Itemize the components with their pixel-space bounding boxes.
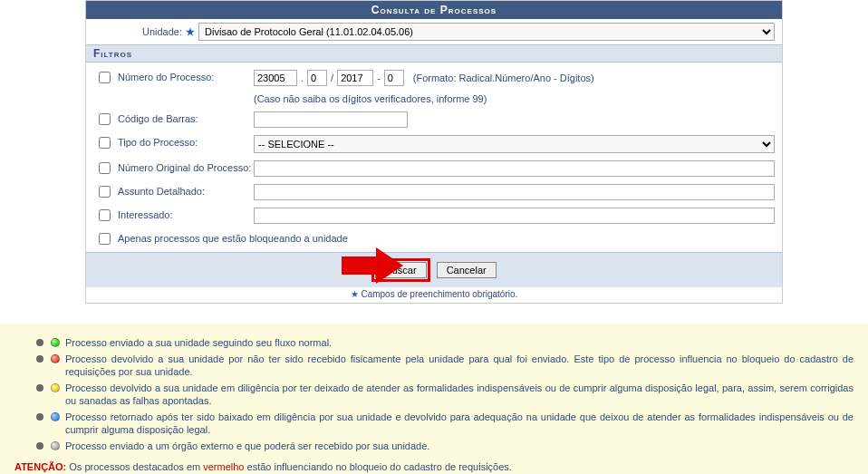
- buttons-bar: Buscar Cancelar: [86, 252, 782, 287]
- bullet-icon: [36, 384, 43, 392]
- label-apenas-bloqueando: Apenas processos que estão bloqueando a …: [118, 231, 348, 244]
- status-red-icon: [51, 354, 60, 363]
- label-numero-processo: Número do Processo:: [118, 70, 254, 82]
- legend-item-blue: Processo retornado após ter sido baixado…: [36, 411, 854, 436]
- unidade-row: Unidade: ★ Divisao de Protocolo Geral (1…: [86, 19, 782, 44]
- unidade-label: Unidade:: [142, 26, 182, 37]
- buscar-highlight: Buscar: [371, 258, 429, 282]
- legend-item-gray: Processo enviado a um órgão externo e qu…: [36, 440, 854, 452]
- check-assunto-detalhado[interactable]: [99, 186, 111, 198]
- input-assunto-detalhado[interactable]: [254, 184, 775, 200]
- row-apenas-bloqueando: Apenas processos que estão bloqueando a …: [93, 227, 775, 248]
- select-tipo-processo[interactable]: -- SELECIONE --: [254, 135, 775, 153]
- bullet-icon: [36, 442, 43, 450]
- input-numero-original[interactable]: [254, 160, 775, 177]
- status-yellow-icon: [51, 383, 60, 392]
- buscar-button[interactable]: Buscar: [375, 262, 426, 278]
- sep-dash: -: [377, 73, 381, 83]
- check-tipo-processo[interactable]: [99, 137, 111, 149]
- check-numero-original[interactable]: [99, 162, 111, 174]
- row-codigo-barras: Código de Barras:: [93, 108, 775, 131]
- row-numero-processo: Número do Processo: . / - (Formato: Radi…: [93, 66, 775, 108]
- unidade-select[interactable]: Divisao de Protocolo Geral (11.01.02.04.…: [198, 23, 775, 41]
- cancelar-button[interactable]: Cancelar: [437, 262, 497, 278]
- check-codigo-barras[interactable]: [99, 113, 111, 125]
- status-green-icon: [51, 338, 60, 347]
- row-numero-original: Número Original do Processo:: [93, 157, 775, 180]
- check-numero-processo[interactable]: [99, 72, 111, 83]
- input-codigo-barras[interactable]: [254, 111, 408, 128]
- sep-dot: .: [301, 73, 304, 83]
- label-codigo-barras: Código de Barras:: [118, 111, 254, 124]
- status-blue-icon: [51, 412, 60, 421]
- legend-item-red: Processo devolvido a sua unidade por não…: [36, 353, 854, 378]
- legend-box: Processo enviado a sua unidade seguindo …: [0, 324, 868, 474]
- input-numero[interactable]: [307, 70, 327, 86]
- check-apenas-bloqueando[interactable]: [99, 233, 111, 245]
- filtros-header: Filtros: [86, 44, 782, 63]
- row-assunto-detalhado: Assunto Detalhado:: [93, 180, 775, 204]
- label-numero-original: Número Original do Processo:: [118, 160, 254, 173]
- label-interessado: Interessado:: [118, 208, 254, 220]
- input-interessado[interactable]: [254, 208, 775, 224]
- legend-item-green: Processo enviado a sua unidade seguindo …: [36, 336, 854, 349]
- input-radical[interactable]: [254, 70, 297, 86]
- atencao-label: ATENÇÃO:: [14, 461, 66, 472]
- required-star-icon: ★: [186, 26, 195, 38]
- row-tipo-processo: Tipo do Processo: -- SELECIONE --: [93, 131, 775, 157]
- status-gray-icon: [51, 441, 60, 450]
- atencao-line: ATENÇÃO: Os processos destacados em verm…: [14, 461, 854, 472]
- obrigatorio-note: ★ Campos de preenchimento obrigatório.: [86, 287, 782, 303]
- bullet-icon: [36, 413, 43, 421]
- star-icon: ★: [351, 289, 359, 299]
- check-interessado[interactable]: [99, 209, 111, 221]
- filters-area: Número do Processo: . / - (Formato: Radi…: [86, 63, 782, 248]
- bullet-icon: [36, 339, 43, 346]
- label-tipo-processo: Tipo do Processo:: [118, 135, 254, 148]
- panel-title: Consulta de Processos: [86, 1, 782, 19]
- row-interessado: Interessado:: [93, 204, 775, 227]
- input-digitos[interactable]: [384, 70, 404, 86]
- formato-text: (Formato: Radical.Número/Ano - Dígitos): [413, 73, 594, 83]
- bullet-icon: [36, 355, 43, 363]
- input-ano[interactable]: [337, 70, 373, 86]
- vermelho-word: vermelho: [203, 461, 244, 472]
- consulta-processos-panel: Consulta de Processos Unidade: ★ Divisao…: [85, 0, 783, 304]
- hint-digitos: (Caso não saiba os dígitos verificadores…: [254, 93, 775, 104]
- label-assunto-detalhado: Assunto Detalhado:: [118, 184, 254, 197]
- legend-item-yellow: Processo devolvido a sua unidade em dili…: [36, 382, 854, 407]
- sep-slash: /: [331, 73, 333, 83]
